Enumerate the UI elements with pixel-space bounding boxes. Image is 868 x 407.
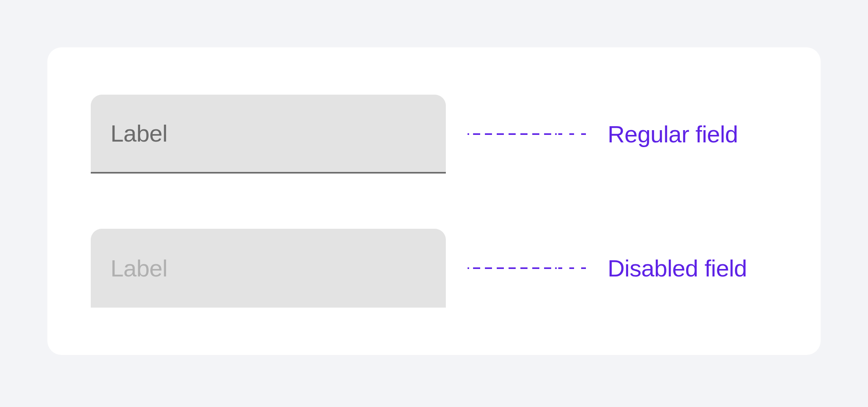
example-card: Label Regular field Label Disabled field	[47, 47, 821, 355]
regular-field-label: Label	[110, 120, 167, 147]
connector-line	[468, 266, 590, 270]
regular-field-row: Label Regular field	[91, 95, 777, 174]
disabled-field-label: Label	[110, 255, 167, 282]
disabled-field-annotation: Disabled field	[608, 255, 747, 282]
disabled-text-field: Label	[91, 229, 446, 308]
disabled-field-row: Label Disabled field	[91, 229, 777, 308]
regular-field-annotation: Regular field	[608, 121, 738, 148]
regular-text-field[interactable]: Label	[91, 95, 446, 174]
connector-line	[468, 132, 590, 136]
